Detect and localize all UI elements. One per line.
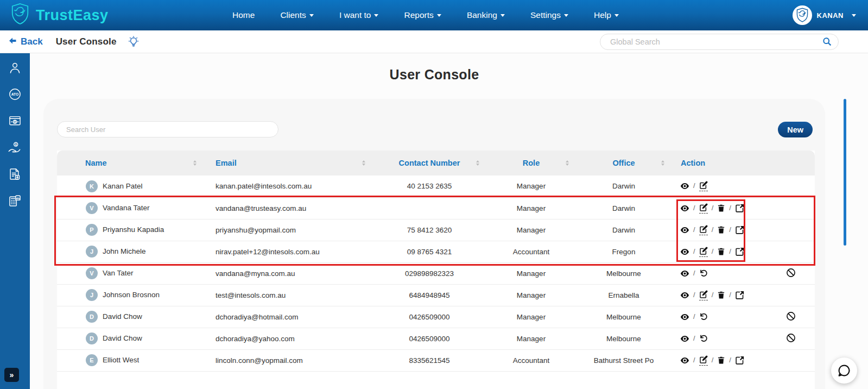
user-office-cell: Melbourne	[576, 262, 671, 284]
search-icon[interactable]	[822, 37, 832, 48]
avatar: P	[86, 224, 98, 236]
col-header-status	[766, 150, 815, 175]
col-header-office[interactable]: Office	[576, 150, 671, 175]
nav-item-i-want-to[interactable]: I want to	[339, 10, 379, 20]
table-row	[57, 371, 815, 389]
delete-icon[interactable]	[717, 356, 725, 365]
user-email-cell: lincoln.conn@yopmail.com	[204, 349, 372, 371]
ban-icon	[786, 333, 796, 343]
col-header-contact-number[interactable]: Contact Number	[372, 150, 486, 175]
ato-icon[interactable]: ATO	[8, 86, 23, 102]
delete-icon[interactable]	[717, 247, 725, 256]
nav-item-help[interactable]: Help	[594, 10, 619, 20]
user-status-cell	[766, 284, 815, 306]
user-console-card: New NameEmailContact NumberRoleOfficeAct…	[43, 99, 825, 389]
user-full-name: Van Tater	[103, 269, 134, 277]
nav-item-reports[interactable]: Reports	[404, 10, 441, 20]
col-header-name[interactable]: Name	[57, 150, 204, 175]
view-icon[interactable]	[680, 204, 689, 213]
table-row: DDavid Chowdchoradiya@hotmail.com0426509…	[57, 306, 815, 328]
brand-name: TrustEasy	[36, 7, 109, 24]
view-icon[interactable]	[680, 334, 689, 343]
user-contact-cell: 029898982323	[372, 262, 486, 284]
empty-cell	[486, 371, 576, 389]
edit-icon[interactable]	[699, 247, 708, 257]
action-separator: /	[693, 356, 695, 364]
nav-item-home[interactable]: Home	[232, 10, 255, 20]
nav-item-banking[interactable]: Banking	[467, 10, 505, 20]
lightbulb-icon[interactable]	[128, 36, 140, 48]
share-icon[interactable]	[735, 291, 744, 300]
view-icon[interactable]	[680, 312, 689, 322]
view-icon[interactable]	[680, 356, 689, 365]
user-full-name: David Chow	[103, 312, 142, 321]
user-search-input[interactable]	[57, 121, 278, 137]
nav-item-label: Reports	[404, 10, 434, 20]
user-email-cell: nirav.patel+12@intesols.com.au	[204, 241, 372, 262]
hand-coin-icon[interactable]: $	[8, 140, 23, 155]
col-header-email[interactable]: Email	[204, 150, 372, 175]
user-status-cell	[766, 328, 815, 349]
nav-item-label: Clients	[280, 10, 306, 20]
sort-carets-icon	[566, 160, 569, 166]
user-contact-cell: 75 8412 3620	[372, 219, 486, 241]
delete-icon[interactable]	[717, 204, 725, 212]
delete-icon[interactable]	[717, 225, 725, 234]
avatar: V	[86, 202, 98, 214]
edit-icon[interactable]	[699, 181, 708, 191]
view-icon[interactable]	[680, 291, 689, 300]
empty-cell	[204, 371, 372, 389]
user-name-cell: EElliott West	[57, 349, 204, 371]
view-icon[interactable]	[680, 225, 689, 235]
action-separator: /	[693, 291, 695, 299]
share-icon[interactable]	[735, 247, 744, 256]
share-icon[interactable]	[735, 204, 744, 213]
invoice-icon[interactable]: $	[8, 113, 23, 128]
user-actions-cell: /	[671, 328, 766, 349]
vertical-scrollbar-thumb[interactable]	[844, 99, 846, 246]
new-user-button[interactable]: New	[778, 122, 813, 137]
share-icon[interactable]	[735, 225, 744, 235]
nav-item-clients[interactable]: Clients	[280, 10, 313, 20]
document-download-icon[interactable]	[8, 166, 23, 181]
back-arrow-icon	[8, 36, 17, 47]
chat-bubble-button[interactable]	[831, 357, 857, 384]
undo-icon[interactable]	[699, 269, 708, 278]
nav-item-settings[interactable]: Settings	[530, 10, 568, 20]
table-row: JJohn Michelenirav.patel+12@intesols.com…	[57, 241, 815, 262]
user-name-cell: DDavid Chow	[57, 328, 204, 349]
calculator-icon[interactable]	[8, 193, 23, 208]
edit-icon[interactable]	[699, 203, 708, 214]
view-icon[interactable]	[680, 247, 689, 256]
user-menu[interactable]: KANAN	[793, 0, 856, 30]
global-search-input[interactable]	[600, 34, 839, 50]
user-role-cell: Manager	[486, 197, 576, 219]
brand-logo[interactable]: TrustEasy	[10, 3, 109, 28]
user-actions-cell: ///	[671, 197, 766, 219]
user-contact-cell: 09 8765 4321	[372, 241, 486, 262]
avatar: J	[86, 289, 98, 301]
view-icon[interactable]	[680, 181, 689, 191]
user-status-cell	[766, 349, 815, 371]
action-separator: /	[729, 225, 731, 234]
edit-icon[interactable]	[699, 290, 708, 300]
edit-icon[interactable]	[699, 355, 708, 366]
user-icon[interactable]	[8, 60, 23, 75]
sidebar-expand-button[interactable]: »	[4, 368, 19, 382]
undo-icon[interactable]	[699, 334, 708, 343]
back-button[interactable]: Back	[8, 36, 43, 47]
undo-icon[interactable]	[699, 312, 708, 321]
table-row: VVan Tatervandana@myna.com.au02989898232…	[57, 262, 815, 284]
user-email-cell: vandana@trusteasy.com.au	[204, 197, 372, 219]
empty-cell	[671, 371, 766, 389]
action-separator: /	[693, 334, 695, 342]
col-header-label: Contact Number	[399, 159, 460, 167]
user-email-cell: kanan.patel@intesols.com.au	[204, 175, 372, 197]
chevron-down-icon	[309, 14, 314, 17]
edit-icon[interactable]	[699, 225, 708, 235]
share-icon[interactable]	[735, 356, 744, 365]
col-header-role[interactable]: Role	[486, 150, 576, 175]
delete-icon[interactable]	[717, 291, 725, 299]
view-icon[interactable]	[680, 269, 689, 278]
sort-carets-icon	[193, 160, 197, 166]
